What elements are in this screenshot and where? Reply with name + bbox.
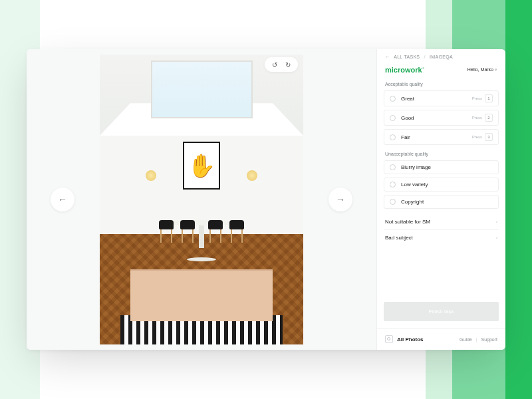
option-copyright[interactable]: Copyright bbox=[384, 195, 499, 209]
user-menu[interactable]: Hello, Marko▾ bbox=[467, 67, 497, 72]
expander-bad-subject[interactable]: Bad subject › bbox=[384, 230, 499, 245]
chevron-right-icon: › bbox=[496, 219, 497, 224]
breadcrumb-current: IMAGEQA bbox=[430, 55, 453, 59]
breadcrumb: ← ALL TASKS / IMAGEQA bbox=[377, 49, 505, 63]
radio-icon bbox=[390, 164, 396, 170]
section-title-unacceptable: Unacceptable quality bbox=[377, 145, 505, 160]
hotkey-badge: 1 bbox=[485, 94, 493, 102]
option-label: Great bbox=[401, 96, 472, 102]
chevron-right-icon: › bbox=[496, 235, 497, 240]
acceptable-options: Great Press 1 Good Press 2 Fair Press 3 bbox=[377, 90, 505, 145]
expander-list: Not suitable for SM › Bad subject › bbox=[377, 209, 505, 245]
option-label: Copyright bbox=[401, 199, 493, 205]
option-great[interactable]: Great Press 1 bbox=[384, 90, 499, 106]
app-window: ✋ ← → ↺ ↻ ← ALL TASKS / IMAGEQA bbox=[27, 49, 505, 350]
unacceptable-options: Blurry image Low variety Copyright bbox=[377, 160, 505, 209]
rotate-left-icon[interactable]: ↺ bbox=[270, 60, 279, 69]
radio-icon bbox=[390, 115, 396, 121]
sidebar-footer: All Photos Guide | Support bbox=[377, 328, 505, 350]
section-title-acceptable: Acceptable quality bbox=[377, 82, 505, 90]
option-blurry[interactable]: Blurry image bbox=[384, 160, 499, 174]
back-arrow-icon[interactable]: ← bbox=[385, 55, 390, 59]
brand-logo: microwork● bbox=[385, 66, 424, 74]
radio-icon bbox=[390, 134, 396, 140]
chevron-down-icon: ▾ bbox=[495, 67, 497, 72]
option-label: Fair bbox=[401, 134, 472, 140]
option-good[interactable]: Good Press 2 bbox=[384, 110, 499, 126]
image-viewer: ✋ ← → ↺ ↻ bbox=[27, 49, 376, 350]
rotate-toolbar: ↺ ↻ bbox=[265, 57, 298, 72]
prev-image-button[interactable]: ← bbox=[51, 188, 74, 211]
radio-icon bbox=[390, 96, 396, 102]
hotkey-badge: 2 bbox=[485, 114, 493, 122]
support-link[interactable]: Support bbox=[481, 337, 497, 342]
guide-link[interactable]: Guide bbox=[460, 337, 472, 342]
sidebar: ← ALL TASKS / IMAGEQA microwork● Hello, … bbox=[376, 49, 505, 350]
all-photos-link[interactable]: All Photos bbox=[397, 336, 424, 342]
rotate-right-icon[interactable]: ↻ bbox=[283, 60, 293, 69]
task-image: ✋ bbox=[100, 55, 303, 344]
image-canvas: ✋ bbox=[100, 55, 303, 344]
option-fair[interactable]: Fair Press 3 bbox=[384, 129, 499, 145]
expander-not-suitable[interactable]: Not suitable for SM › bbox=[384, 214, 499, 230]
radio-icon bbox=[390, 182, 396, 188]
hotkey-badge: 3 bbox=[485, 133, 493, 141]
radio-icon bbox=[390, 199, 396, 205]
option-label: Blurry image bbox=[401, 164, 493, 170]
breadcrumb-root[interactable]: ALL TASKS bbox=[394, 55, 420, 59]
option-label: Low variety bbox=[401, 182, 493, 188]
photos-icon bbox=[385, 335, 393, 343]
next-image-button[interactable]: → bbox=[329, 188, 352, 211]
option-low-variety[interactable]: Low variety bbox=[384, 178, 499, 192]
finish-task-button[interactable]: Finish task bbox=[384, 302, 499, 321]
option-label: Good bbox=[401, 115, 472, 121]
